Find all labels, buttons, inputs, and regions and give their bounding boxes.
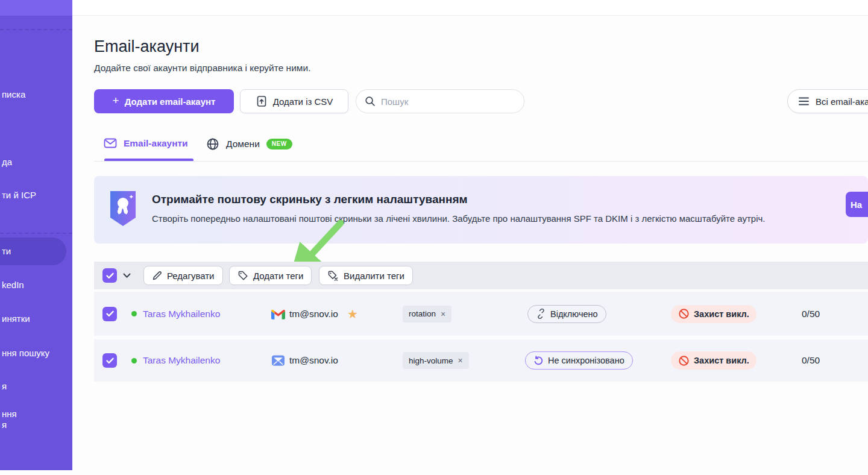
sidebar-item-9-line1: ння bbox=[2, 409, 17, 419]
sidebar-divider bbox=[0, 29, 72, 30]
medal-icon bbox=[118, 198, 128, 209]
row-checkbox[interactable] bbox=[102, 307, 117, 321]
edit-label: Редагувати bbox=[167, 271, 215, 281]
search-input[interactable] bbox=[381, 96, 515, 107]
select-all-checkbox[interactable] bbox=[102, 268, 117, 283]
sidebar-item-2[interactable]: да bbox=[0, 157, 12, 168]
tag-label: high-volume bbox=[409, 356, 453, 365]
link-off-icon bbox=[536, 309, 546, 319]
status-badge: Не синхронізовано bbox=[525, 351, 633, 370]
tabs-divider bbox=[94, 161, 868, 162]
sidebar-item-active-label[interactable]: ти bbox=[0, 246, 11, 256]
row-checkbox[interactable] bbox=[102, 353, 117, 368]
status-badge: Відключено bbox=[527, 305, 606, 323]
shield-off-icon bbox=[678, 308, 690, 319]
banner-setup-button[interactable]: На bbox=[846, 192, 868, 217]
sent-count: 0/50 bbox=[802, 355, 820, 366]
sent-count: 0/50 bbox=[802, 309, 820, 319]
protection-label: Захист викл. bbox=[694, 356, 749, 365]
tag-pill: rotation × bbox=[403, 306, 451, 322]
protection-badge: Захист викл. bbox=[671, 305, 756, 323]
table-toolbar: Редагувати Додати теги Видалити теги bbox=[94, 262, 868, 289]
tab-email-accounts-label: Email-акаунти bbox=[124, 138, 188, 149]
add-email-account-button[interactable]: + Додати email-акаунт bbox=[94, 89, 234, 113]
search-box[interactable] bbox=[356, 89, 524, 113]
table-row[interactable]: Taras Mykhailenko tm@snov.io high-volume… bbox=[94, 339, 868, 382]
tab-domains-label: Домени bbox=[226, 139, 260, 149]
star-icon[interactable]: ★ bbox=[347, 307, 358, 321]
file-upload-icon bbox=[256, 95, 268, 107]
sidebar-item-6[interactable]: инятки bbox=[0, 313, 30, 324]
tab-domains[interactable]: Домени NEW bbox=[206, 137, 292, 151]
accounts-filter-label: Всі email-ака bbox=[816, 96, 868, 107]
sidebar: писка да ти й ICP ти kedIn инятки ння по… bbox=[0, 0, 72, 470]
tab-email-accounts[interactable]: Email-акаунти bbox=[104, 137, 188, 149]
email-address: tm@snov.io bbox=[289, 309, 338, 319]
pencil-icon bbox=[152, 271, 162, 281]
gmail-icon bbox=[271, 309, 285, 319]
account-name-link[interactable]: Taras Mykhailenko bbox=[143, 355, 220, 366]
sidebar-item-linkedin[interactable]: kedIn bbox=[0, 280, 24, 291]
page-title: Email-акаунти bbox=[94, 37, 200, 56]
online-status-dot bbox=[131, 358, 137, 363]
app-root: писка да ти й ICP ти kedIn инятки ння по… bbox=[0, 0, 868, 475]
sync-icon bbox=[533, 356, 544, 366]
plus-icon: + bbox=[113, 94, 119, 107]
accounts-filter-dropdown[interactable]: Всі email-ака bbox=[787, 89, 868, 113]
protection-badge: Захист викл. bbox=[671, 351, 756, 370]
page-subtitle: Додайте свої акаунти відправника і керуй… bbox=[94, 63, 310, 74]
remove-tags-label: Видалити теги bbox=[344, 271, 404, 281]
online-status-dot bbox=[131, 311, 137, 316]
sparkle-icon: ✦ bbox=[129, 193, 134, 200]
sidebar-item-1[interactable]: писка bbox=[0, 89, 25, 100]
edit-button[interactable]: Редагувати bbox=[143, 266, 223, 285]
ribbon-icon bbox=[123, 207, 129, 215]
status-label: Відключено bbox=[550, 309, 598, 319]
filter-lines-icon bbox=[799, 97, 809, 105]
envelope-icon bbox=[104, 137, 117, 149]
sidebar-item-3[interactable]: ти й ICP bbox=[0, 190, 36, 201]
tag-x-icon bbox=[327, 270, 339, 282]
account-name-cell: Taras Mykhailenko bbox=[131, 309, 220, 319]
add-tags-button[interactable]: Додати теги bbox=[229, 266, 312, 285]
sidebar-item-7[interactable]: ння пошуку bbox=[0, 348, 49, 359]
account-name-cell: Taras Mykhailenko bbox=[131, 355, 220, 366]
new-badge: NEW bbox=[266, 139, 292, 149]
tag-label: rotation bbox=[409, 309, 436, 318]
promo-banner: ✦ Отримайте поштову скриньку з легким на… bbox=[94, 176, 868, 244]
status-label: Не синхронізовано bbox=[548, 356, 624, 365]
remove-tag-icon[interactable]: × bbox=[441, 309, 445, 319]
banner-title: Отримайте поштову скриньку з легким нала… bbox=[152, 193, 468, 206]
protection-label: Захист викл. bbox=[694, 309, 749, 319]
add-from-csv-label: Додати із CSV bbox=[273, 96, 333, 107]
mailbox-badge-icon: ✦ bbox=[110, 191, 136, 226]
smtp-envelope-icon bbox=[271, 354, 285, 368]
ribbon-icon bbox=[117, 207, 123, 215]
add-email-account-label: Додати email-акаунт bbox=[125, 96, 216, 107]
sidebar-divider bbox=[0, 233, 72, 234]
top-bar bbox=[72, 0, 868, 16]
search-icon bbox=[365, 96, 376, 107]
sidebar-item-9[interactable]: ння я bbox=[0, 409, 17, 430]
sidebar-item-9-line2: я bbox=[2, 420, 7, 430]
tag-pill: high-volume × bbox=[403, 352, 469, 369]
shield-off-icon bbox=[678, 355, 690, 366]
sidebar-top-strip bbox=[0, 0, 72, 16]
account-name-link[interactable]: Taras Mykhailenko bbox=[143, 309, 220, 319]
banner-description: Створіть попередньо налаштовані поштові … bbox=[152, 213, 765, 224]
remove-tags-button[interactable]: Видалити теги bbox=[319, 266, 413, 285]
email-address: tm@snov.io bbox=[289, 355, 338, 366]
table-row[interactable]: Taras Mykhailenko tm@snov.io ★ rotation … bbox=[94, 292, 868, 336]
add-tags-label: Додати теги bbox=[253, 271, 303, 281]
add-from-csv-button[interactable]: Додати із CSV bbox=[240, 89, 348, 113]
sidebar-item-8[interactable]: я bbox=[0, 381, 7, 392]
chevron-down-icon[interactable] bbox=[123, 273, 131, 278]
remove-tag-icon[interactable]: × bbox=[458, 356, 463, 365]
tag-icon bbox=[237, 270, 248, 281]
globe-icon bbox=[206, 137, 219, 151]
